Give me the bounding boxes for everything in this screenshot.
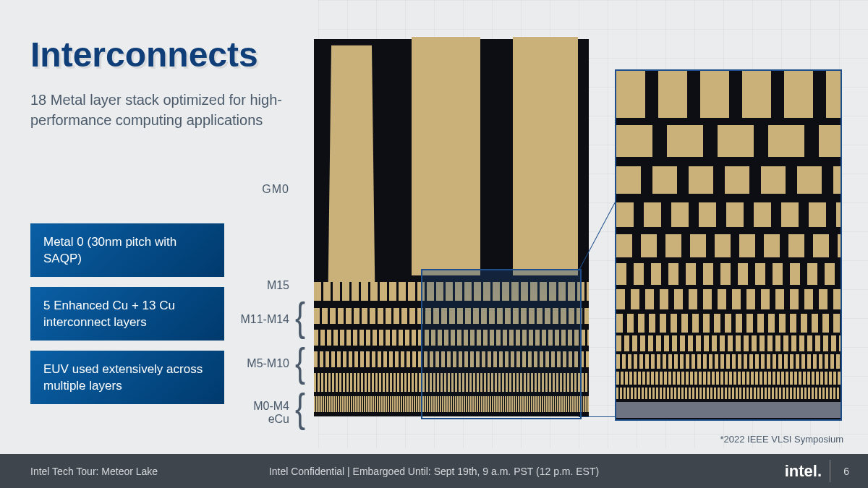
callout-metal0: Metal 0 (30nm pitch with SAQP) <box>30 223 224 277</box>
brace-icon: { <box>295 295 305 340</box>
footnote: *2022 IEEE VLSI Symposium <box>720 434 843 445</box>
slide: Interconnects 18 Metal layer stack optim… <box>0 0 868 488</box>
label-gm0: GM0 <box>239 183 289 196</box>
footer-left: Intel Tech Tour: Meteor Lake <box>30 466 158 477</box>
page-number: 6 <box>843 466 849 477</box>
cross-section-image <box>314 39 589 416</box>
label-m5-m10: M5-M10 <box>239 357 289 370</box>
callout-cu-layers: 5 Enhanced Cu + 13 Cu interconnect layer… <box>30 287 224 341</box>
label-m11-m14: M11-M14 <box>239 313 289 326</box>
slide-title: Interconnects <box>30 35 258 74</box>
footer-bar: Intel Tech Tour: Meteor Lake Intel Confi… <box>0 454 868 488</box>
brace-icon: { <box>295 341 305 385</box>
callout-euv: EUV used extensively across multiple lay… <box>30 351 224 404</box>
slide-subtitle: 18 Metal layer stack optimized for high-… <box>30 90 305 130</box>
brace-icon: { <box>295 386 305 431</box>
footer-center: Intel Confidential | Embargoed Until: Se… <box>269 466 599 477</box>
zoom-inset-image <box>615 69 842 421</box>
footer-divider <box>830 460 830 482</box>
label-m15: M15 <box>239 279 289 292</box>
label-m0-m4: M0-M4 eCu <box>239 400 289 426</box>
intel-logo: intel. <box>785 462 822 481</box>
